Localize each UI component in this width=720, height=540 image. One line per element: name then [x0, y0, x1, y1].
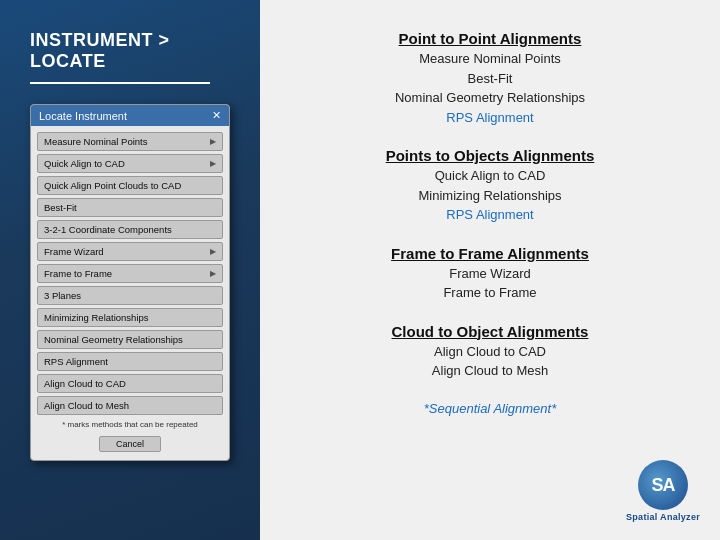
sequential-label: *Sequential Alignment* [424, 401, 557, 416]
arrow-icon: ▶ [210, 247, 216, 256]
arrow-icon: ▶ [210, 269, 216, 278]
list-item[interactable]: Quick Align to CAD▶ [37, 154, 223, 173]
point-to-point-section: Point to Point Alignments Measure Nomina… [290, 30, 690, 127]
sa-logo-text: SA [651, 475, 674, 496]
dialog-title: Locate Instrument [39, 110, 127, 122]
dialog-body: Measure Nominal Points▶ Quick Align to C… [31, 126, 229, 460]
section-item: Quick Align to CAD [435, 166, 546, 186]
list-item[interactable]: Frame Wizard▶ [37, 242, 223, 261]
list-item[interactable]: 3 Planes [37, 286, 223, 305]
cancel-button[interactable]: Cancel [99, 436, 161, 452]
rps-highlight: RPS Alignment [446, 205, 533, 225]
section-item: Frame to Frame [443, 283, 536, 303]
list-item[interactable]: Minimizing Relationships [37, 308, 223, 327]
section-item: Measure Nominal Points [419, 49, 561, 69]
list-item[interactable]: Align Cloud to CAD [37, 374, 223, 393]
section-item: Nominal Geometry Relationships [395, 88, 585, 108]
rps-highlight: RPS Alignment [446, 108, 533, 128]
instrument-title: INSTRUMENT > LOCATE [30, 30, 240, 72]
cloud-to-object-section: Cloud to Object Alignments Align Cloud t… [290, 323, 690, 381]
sa-logo-subtext: Spatial Analyzer [626, 512, 700, 522]
dialog-titlebar: Locate Instrument ✕ [31, 105, 229, 126]
section-item: Best-Fit [468, 69, 513, 89]
list-item[interactable]: Nominal Geometry Relationships [37, 330, 223, 349]
section-item: Align Cloud to CAD [434, 342, 546, 362]
right-panel: Point to Point Alignments Measure Nomina… [260, 0, 720, 540]
point-to-point-heading: Point to Point Alignments [399, 30, 582, 47]
arrow-icon: ▶ [210, 159, 216, 168]
sequential-section: *Sequential Alignment* [290, 401, 690, 416]
frame-to-frame-heading: Frame to Frame Alignments [391, 245, 589, 262]
section-item: Align Cloud to Mesh [432, 361, 548, 381]
sa-logo-circle: SA [638, 460, 688, 510]
list-item[interactable]: 3-2-1 Coordinate Components [37, 220, 223, 239]
points-to-objects-section: Points to Objects Alignments Quick Align… [290, 147, 690, 225]
section-item: Minimizing Relationships [418, 186, 561, 206]
list-item[interactable]: Align Cloud to Mesh [37, 396, 223, 415]
points-to-objects-heading: Points to Objects Alignments [386, 147, 595, 164]
list-item[interactable]: Quick Align Point Clouds to CAD [37, 176, 223, 195]
title-underline [30, 82, 210, 84]
close-icon[interactable]: ✕ [212, 109, 221, 122]
list-item[interactable]: Best-Fit [37, 198, 223, 217]
left-panel: INSTRUMENT > LOCATE Locate Instrument ✕ … [0, 0, 260, 540]
list-item[interactable]: Measure Nominal Points▶ [37, 132, 223, 151]
list-item[interactable]: RPS Alignment [37, 352, 223, 371]
list-item[interactable]: Frame to Frame▶ [37, 264, 223, 283]
frame-to-frame-section: Frame to Frame Alignments Frame Wizard F… [290, 245, 690, 303]
arrow-icon: ▶ [210, 137, 216, 146]
section-item: Frame Wizard [449, 264, 531, 284]
locate-instrument-dialog: Locate Instrument ✕ Measure Nominal Poin… [30, 104, 230, 461]
sa-logo: SA Spatial Analyzer [626, 460, 700, 522]
dialog-footer: * marks methods that can be repeated [37, 418, 223, 433]
cloud-to-object-heading: Cloud to Object Alignments [392, 323, 589, 340]
